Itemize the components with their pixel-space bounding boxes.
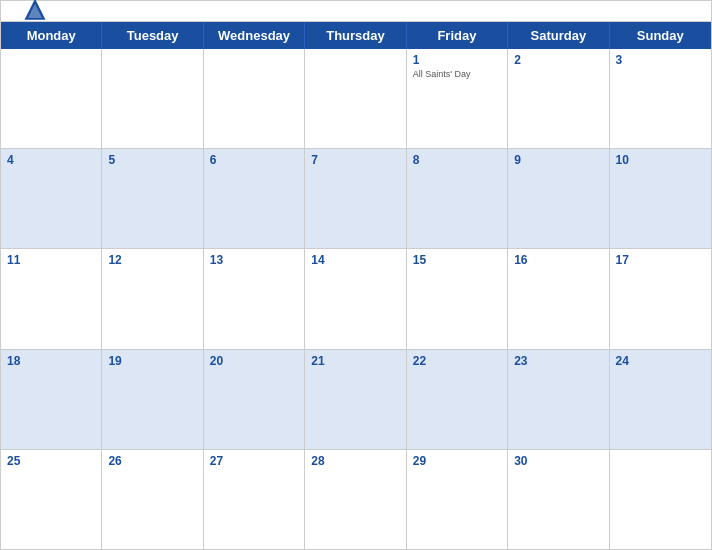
day-cell: 21 [305,350,406,449]
day-cell: 16 [508,249,609,348]
day-cell [610,450,711,549]
day-header-thursday: Thursday [305,22,406,49]
day-cell: 25 [1,450,102,549]
day-number: 24 [616,354,705,368]
week-row-1: 1All Saints' Day23 [1,49,711,149]
weeks-container: 1All Saints' Day234567891011121314151617… [1,49,711,549]
day-header-sunday: Sunday [610,22,711,49]
day-number: 14 [311,253,399,267]
day-headers-row: MondayTuesdayWednesdayThursdayFridaySatu… [1,22,711,49]
day-cell: 6 [204,149,305,248]
day-number: 15 [413,253,501,267]
day-number: 21 [311,354,399,368]
day-number: 22 [413,354,501,368]
day-cell: 27 [204,450,305,549]
day-cell: 13 [204,249,305,348]
day-number: 1 [413,53,501,67]
day-cell: 2 [508,49,609,148]
day-number: 6 [210,153,298,167]
day-header-saturday: Saturday [508,22,609,49]
day-cell: 4 [1,149,102,248]
day-header-monday: Monday [1,22,102,49]
day-cell [1,49,102,148]
event-label: All Saints' Day [413,69,501,79]
day-number: 23 [514,354,602,368]
day-number: 10 [616,153,705,167]
logo [21,0,53,25]
week-row-3: 11121314151617 [1,249,711,349]
day-number: 13 [210,253,298,267]
day-number: 25 [7,454,95,468]
day-cell: 3 [610,49,711,148]
day-header-wednesday: Wednesday [204,22,305,49]
day-cell: 29 [407,450,508,549]
day-number: 27 [210,454,298,468]
day-number: 5 [108,153,196,167]
week-row-4: 18192021222324 [1,350,711,450]
day-cell: 19 [102,350,203,449]
day-cell: 22 [407,350,508,449]
week-row-5: 252627282930 [1,450,711,549]
day-number: 9 [514,153,602,167]
day-cell: 11 [1,249,102,348]
day-cell [305,49,406,148]
day-number: 11 [7,253,95,267]
day-number: 19 [108,354,196,368]
day-cell: 17 [610,249,711,348]
day-number: 16 [514,253,602,267]
day-cell: 10 [610,149,711,248]
day-cell: 14 [305,249,406,348]
day-cell: 9 [508,149,609,248]
day-cell [102,49,203,148]
day-cell: 23 [508,350,609,449]
day-number: 26 [108,454,196,468]
day-cell: 5 [102,149,203,248]
day-cell: 12 [102,249,203,348]
day-number: 17 [616,253,705,267]
calendar-grid: MondayTuesdayWednesdayThursdayFridaySatu… [1,21,711,549]
day-number: 8 [413,153,501,167]
day-cell: 26 [102,450,203,549]
day-cell: 8 [407,149,508,248]
day-number: 7 [311,153,399,167]
day-header-tuesday: Tuesday [102,22,203,49]
day-header-friday: Friday [407,22,508,49]
day-number: 3 [616,53,705,67]
calendar-header [1,1,711,21]
calendar-container: MondayTuesdayWednesdayThursdayFridaySatu… [0,0,712,550]
day-cell: 7 [305,149,406,248]
logo-icon [21,0,49,25]
day-cell: 1All Saints' Day [407,49,508,148]
week-row-2: 45678910 [1,149,711,249]
day-number: 29 [413,454,501,468]
day-number: 30 [514,454,602,468]
day-cell: 20 [204,350,305,449]
day-cell: 28 [305,450,406,549]
day-number: 28 [311,454,399,468]
day-cell: 24 [610,350,711,449]
day-cell [204,49,305,148]
day-number: 20 [210,354,298,368]
day-number: 12 [108,253,196,267]
day-cell: 30 [508,450,609,549]
day-number: 2 [514,53,602,67]
day-number: 4 [7,153,95,167]
day-number: 18 [7,354,95,368]
day-cell: 18 [1,350,102,449]
day-cell: 15 [407,249,508,348]
